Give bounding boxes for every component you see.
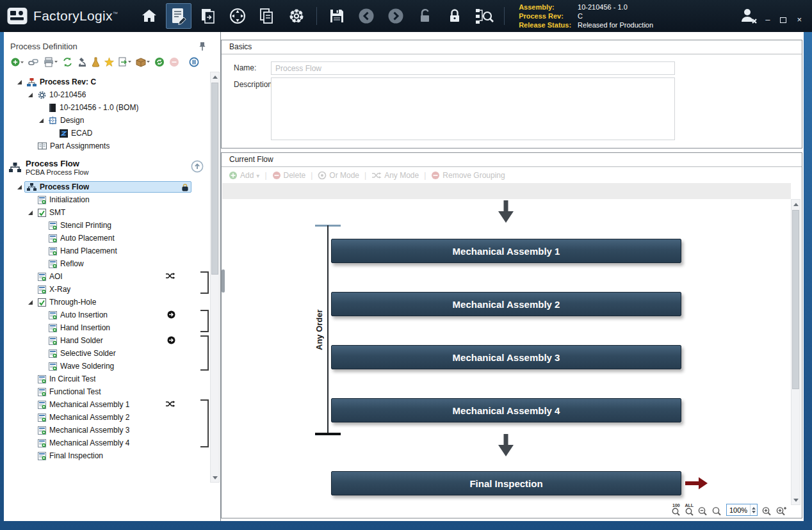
zoom-all-label: ALL [685, 503, 694, 508]
splitter-grip[interactable] [222, 269, 225, 293]
remove-grouping-label: Remove Grouping [443, 171, 505, 180]
export-icon[interactable] [118, 57, 131, 67]
tree-item-x-ray[interactable]: X-Ray [4, 283, 209, 296]
back-icon[interactable] [353, 3, 379, 29]
tree-item-mechanical-assembly-3[interactable]: Mechanical Assembly 3 [4, 424, 209, 437]
zoom-in-button[interactable] [762, 506, 772, 516]
tree-item-process-flow[interactable]: Process Flow [4, 181, 209, 193]
tree-row-body: Reflow [46, 258, 191, 269]
zoom-out-button[interactable] [698, 506, 708, 516]
unlock-icon[interactable] [412, 3, 438, 29]
forward-icon[interactable] [383, 3, 409, 29]
tree-expander-icon[interactable] [15, 182, 24, 191]
save-icon[interactable] [324, 3, 350, 29]
tree-item-initialization[interactable]: Initialization [4, 193, 209, 206]
zoom-reset-button[interactable] [712, 506, 722, 516]
minimize-button[interactable]: – [765, 15, 770, 24]
process-definition-icon[interactable] [166, 3, 191, 29]
assembly-value: 10-210456 - 1.0 [578, 3, 653, 12]
navigate-icon[interactable] [225, 3, 250, 29]
tree-item-process-rev-c[interactable]: Process Rev: C [4, 76, 209, 88]
tree-item-label: 10-210456 - 1.0 (BOM) [60, 103, 138, 112]
any-mode-button[interactable]: Any Mode [371, 171, 419, 180]
tree-item-10-210456[interactable]: 10-210456 [4, 88, 209, 101]
refresh-icon[interactable] [154, 57, 165, 67]
tree-item-through-hole[interactable]: Through-Hole [4, 296, 209, 309]
tree-item-in-circuit-test[interactable]: In Circuit Test [4, 373, 209, 385]
tree-item-aoi[interactable]: AOI [4, 270, 209, 283]
scroll-down-icon[interactable] [792, 495, 800, 504]
tree-expander-icon[interactable] [26, 90, 35, 99]
lock-icon[interactable] [442, 3, 467, 29]
tree-item-mechanical-assembly-2[interactable]: Mechanical Assembly 2 [4, 411, 209, 424]
name-input[interactable] [271, 61, 675, 75]
collapse-up-icon[interactable] [191, 160, 204, 175]
panel-title: Process Definition [10, 42, 77, 51]
sync-icon[interactable] [62, 57, 73, 67]
highlight-icon[interactable] [104, 58, 114, 67]
tree-expander-icon[interactable] [26, 298, 35, 307]
tree-item-stencil-printing[interactable]: Stencil Printing [4, 219, 209, 232]
zoom-100-button[interactable]: 100 [672, 503, 680, 516]
tree-item-auto-placement[interactable]: Auto Placement [4, 232, 209, 245]
flow-step-box-mechanical-assembly-2[interactable]: Mechanical Assembly 2 [331, 292, 681, 316]
link-icon[interactable] [28, 57, 38, 67]
scrollbar-thumb[interactable] [211, 83, 218, 275]
tree-item-reflow[interactable]: Reflow [4, 257, 209, 270]
tree-item-hand-placement[interactable]: Hand Placement [4, 245, 209, 257]
close-button[interactable]: × [797, 15, 802, 24]
tree-item-label: Process Flow [40, 182, 89, 191]
tree-item-wave-soldering[interactable]: Wave Soldering [4, 360, 209, 373]
tree-item-hand-insertion[interactable]: Hand Insertion [4, 321, 209, 334]
user-logoff-icon[interactable] [739, 6, 758, 28]
scroll-up-icon[interactable] [792, 200, 800, 209]
scrollbar-thumb[interactable] [792, 210, 799, 389]
delete-button[interactable]: Delete [272, 171, 306, 180]
tree-item-functional-test[interactable]: Functional Test [4, 385, 209, 398]
home-icon[interactable] [136, 3, 162, 29]
flow-step-box-mechanical-assembly-1[interactable]: Mechanical Assembly 1 [331, 239, 681, 263]
tree-item-final-inspection[interactable]: Final Inspection [4, 449, 209, 462]
package-icon[interactable] [136, 57, 150, 67]
design-icon [49, 116, 57, 125]
remove-grouping-button[interactable]: Remove Grouping [431, 171, 505, 180]
search-structure-icon[interactable] [471, 3, 497, 29]
tree-item-design[interactable]: Design [4, 114, 209, 127]
tree-item-mechanical-assembly-1[interactable]: Mechanical Assembly 1 [4, 398, 209, 411]
tree-item-10-210456-1-0-bom[interactable]: 10-210456 - 1.0 (BOM) [4, 101, 209, 114]
release-icon[interactable] [195, 3, 221, 29]
tree-expander-icon[interactable] [15, 77, 24, 86]
tree-expander-icon[interactable] [26, 208, 35, 217]
tree-expander-icon[interactable] [37, 116, 46, 125]
or-mode-button[interactable]: Or Mode [318, 171, 359, 180]
tree-item-part-assignments[interactable]: Part Assignments [4, 140, 209, 152]
zoom-level-input[interactable] [727, 506, 750, 514]
zoom-fit-button[interactable] [776, 506, 786, 516]
tree-item-mechanical-assembly-4[interactable]: Mechanical Assembly 4 [4, 437, 209, 449]
scroll-up-icon[interactable] [211, 72, 219, 81]
documents-icon[interactable] [254, 3, 280, 29]
tree-row-body: Through-Hole [35, 296, 191, 308]
flow-step-box-mechanical-assembly-4[interactable]: Mechanical Assembly 4 [331, 398, 681, 422]
description-textarea[interactable] [271, 77, 675, 140]
add-step-icon[interactable] [10, 57, 24, 67]
add-button[interactable]: Add [229, 171, 259, 180]
tool-icon[interactable] [92, 57, 100, 67]
settings-gear-icon[interactable] [284, 3, 309, 29]
pin-icon[interactable] [199, 42, 206, 51]
scroll-down-icon[interactable] [211, 473, 219, 482]
tree-item-smt[interactable]: SMT [4, 206, 209, 219]
print-icon[interactable] [43, 57, 58, 67]
spinner-arrows[interactable] [750, 504, 757, 515]
remove-icon[interactable] [169, 57, 179, 67]
flow-step-box-mechanical-assembly-3[interactable]: Mechanical Assembly 3 [331, 345, 681, 369]
tree-item-auto-insertion[interactable]: Auto Insertion [4, 309, 209, 321]
tree-item-selective-solder[interactable]: Selective Solder [4, 347, 209, 360]
zoom-all-button[interactable]: ALL [685, 503, 694, 516]
flow-step-box-final-inspection[interactable]: Final Inspection [331, 471, 681, 495]
tree-item-hand-solder[interactable]: Hand Solder [4, 334, 209, 347]
tree-item-ecad[interactable]: ECAD [4, 127, 209, 140]
maximize-button[interactable] [780, 17, 786, 23]
pause-icon[interactable] [189, 57, 199, 67]
inspect-icon[interactable] [77, 57, 87, 67]
